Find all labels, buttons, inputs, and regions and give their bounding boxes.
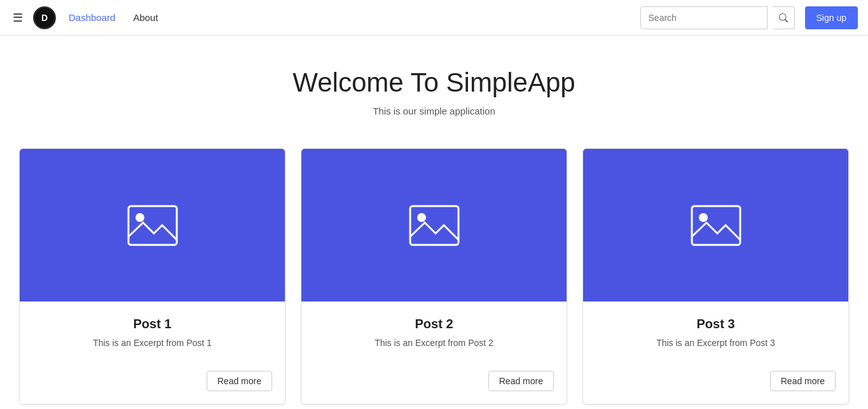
- nav-about-link[interactable]: About: [128, 12, 163, 23]
- card-title-post-2: Post 2: [314, 317, 554, 331]
- hero-subtitle: This is our simple application: [13, 106, 855, 116]
- image-placeholder-icon: [409, 205, 460, 246]
- card-footer-post-3: Read more: [583, 371, 848, 404]
- svg-point-5: [699, 213, 708, 222]
- image-placeholder-icon: [127, 205, 178, 246]
- search-icon: [779, 13, 788, 22]
- svg-rect-4: [692, 206, 740, 245]
- navbar: ☰ D Dashboard About Sign up: [0, 0, 868, 36]
- signup-button[interactable]: Sign up: [805, 6, 858, 29]
- card-body-post-3: Post 3 This is an Excerpt from Post 3: [583, 302, 848, 371]
- card-image-post-2: [301, 149, 567, 302]
- cards-container: Post 1 This is an Excerpt from Post 1 Re…: [0, 135, 868, 409]
- svg-rect-0: [128, 206, 177, 245]
- read-more-button-post-2[interactable]: Read more: [488, 371, 554, 391]
- logo-icon: D: [33, 6, 56, 29]
- hero-section: Welcome To SimpleApp This is our simple …: [0, 36, 868, 135]
- search-input[interactable]: [640, 6, 768, 29]
- card-excerpt-post-1: This is an Excerpt from Post 1: [32, 338, 272, 348]
- card-title-post-1: Post 1: [32, 317, 272, 331]
- hero-title: Welcome To SimpleApp: [13, 67, 855, 98]
- hamburger-menu-icon[interactable]: ☰: [10, 8, 25, 27]
- card-body-post-1: Post 1 This is an Excerpt from Post 1: [20, 302, 285, 371]
- nav-dashboard-link[interactable]: Dashboard: [64, 12, 120, 23]
- card-post-3: Post 3 This is an Excerpt from Post 3 Re…: [582, 148, 849, 405]
- card-excerpt-post-3: This is an Excerpt from Post 3: [596, 338, 836, 348]
- card-post-2: Post 2 This is an Excerpt from Post 2 Re…: [301, 148, 567, 405]
- card-image-post-3: [583, 149, 848, 302]
- image-placeholder-icon: [691, 205, 741, 246]
- card-image-post-1: [20, 149, 285, 302]
- card-post-1: Post 1 This is an Excerpt from Post 1 Re…: [19, 148, 286, 405]
- read-more-button-post-3[interactable]: Read more: [770, 371, 836, 391]
- card-footer-post-2: Read more: [301, 371, 567, 404]
- read-more-button-post-1[interactable]: Read more: [207, 371, 272, 391]
- svg-rect-2: [410, 206, 458, 245]
- card-excerpt-post-2: This is an Excerpt from Post 2: [314, 338, 554, 348]
- card-title-post-3: Post 3: [596, 317, 836, 331]
- card-footer-post-1: Read more: [20, 371, 285, 404]
- card-body-post-2: Post 2 This is an Excerpt from Post 2: [301, 302, 567, 371]
- search-button[interactable]: [773, 6, 795, 29]
- svg-point-1: [135, 213, 144, 222]
- svg-point-3: [417, 213, 426, 222]
- navbar-right: Sign up: [640, 6, 858, 29]
- navbar-left: ☰ D Dashboard About: [10, 6, 640, 29]
